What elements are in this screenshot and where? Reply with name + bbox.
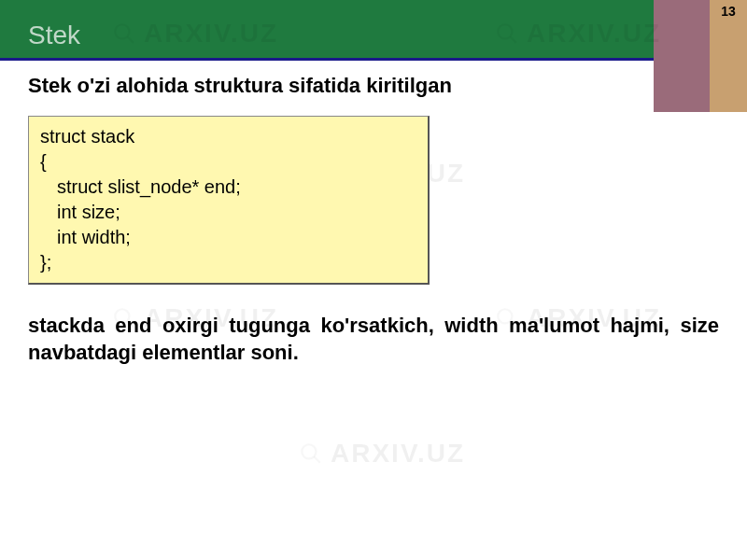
svg-line-11 (314, 456, 320, 463)
code-line: int size; (40, 200, 416, 225)
code-line: { (40, 149, 416, 175)
watermark: ARXIV.UZ (299, 439, 465, 469)
header-accent-tan: 13 (710, 0, 747, 61)
subtitle-region: Stek o'zi alohida struktura sifatida kir… (0, 61, 654, 112)
subtitle-accent-tan (710, 61, 747, 112)
header-green-region: Stek (0, 0, 654, 61)
watermark-text: ARXIV.UZ (331, 439, 465, 469)
subtitle-accent-mauve (654, 61, 710, 112)
slide-header: Stek 13 (0, 0, 747, 61)
slide-title: Stek (28, 21, 80, 50)
slide-content: struct stack { struct slist_node* end; i… (0, 116, 747, 366)
svg-point-10 (302, 444, 316, 458)
code-line: int width; (40, 225, 416, 250)
code-line: struct slist_node* end; (40, 175, 416, 200)
header-accent-mauve (654, 0, 710, 61)
subtitle-text: Stek o'zi alohida struktura sifatida kir… (28, 74, 452, 98)
explanation-text: stackda end oxirgi tugunga ko'rsatkich, … (28, 313, 719, 366)
magnifier-icon (299, 441, 323, 466)
code-line: }; (40, 250, 416, 275)
code-line: struct stack (40, 124, 416, 149)
page-number: 13 (721, 4, 736, 19)
code-block: struct stack { struct slist_node* end; i… (28, 116, 430, 285)
subtitle-bar: Stek o'zi alohida struktura sifatida kir… (0, 61, 747, 112)
